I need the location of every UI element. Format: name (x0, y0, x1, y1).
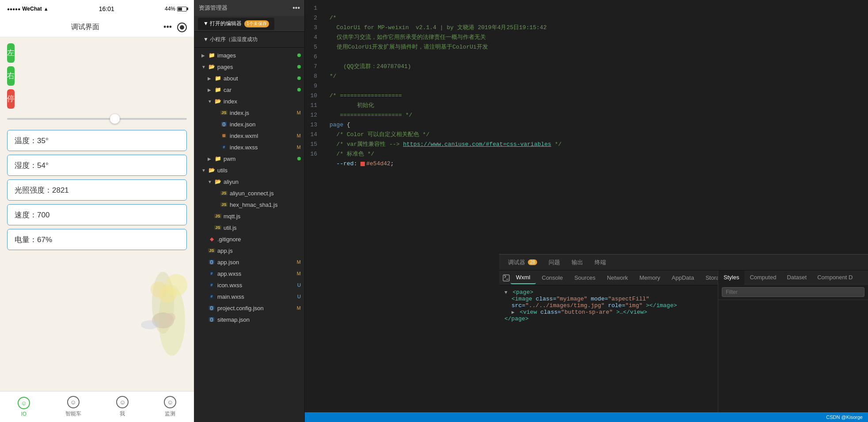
sources-label: Sources (574, 274, 595, 281)
devtools-tab-output[interactable]: 输出 (566, 256, 588, 269)
styles-tab-component[interactable]: Component D (812, 270, 858, 285)
tree-item-project-config[interactable]: {} project.config.json M (194, 302, 304, 314)
phone-title-icons: ••• (163, 23, 187, 32)
devtools-tab-terminal[interactable]: 终端 (589, 256, 611, 269)
tree-item-car[interactable]: ▶ 📁 car (194, 84, 304, 95)
tree-item-pages[interactable]: ▼ 📂 pages (194, 61, 304, 72)
nav-item-car[interactable]: ☺ 智能车 (65, 396, 81, 418)
battery-fill (178, 8, 182, 11)
devtools-tab-debugger[interactable]: 调试器 28 (503, 256, 542, 269)
battery-pct-label: 44% (165, 6, 175, 12)
svg-rect-8 (503, 275, 509, 281)
tree-item-mqtt[interactable]: JS mqtt.js (194, 210, 304, 222)
nav-item-monitor[interactable]: ☺ 监测 (164, 396, 176, 418)
record-icon[interactable] (177, 23, 187, 32)
nav-label-car: 智能车 (65, 410, 81, 418)
wxss-icon-app-wxss: # (208, 270, 216, 277)
wxml-tab-network[interactable]: Network (602, 272, 633, 284)
bottom-status-bar: CSDN @Kisorge (305, 412, 868, 422)
tree-item-about[interactable]: ▶ 📁 about (194, 72, 304, 84)
tree-item-app-json[interactable]: {} app.json M (194, 256, 304, 268)
wxml-tab-console[interactable]: Console (537, 272, 569, 284)
tree-item-app-js[interactable]: JS app.js (194, 245, 304, 256)
tree-item-main-wxss[interactable]: # main.wxss U (194, 291, 304, 302)
tree-name-util: util.js (224, 224, 301, 231)
tree-name-main-wxss: main.wxss (217, 293, 297, 300)
file-panel-menu-icon[interactable]: ••• (292, 4, 300, 12)
styles-tab-computed[interactable]: Computed (744, 270, 781, 285)
tree-name-mqtt: mqtt.js (224, 213, 301, 220)
file-tree-content: ▶ 📁 images ▼ 📂 pages ▶ 📁 about ▶ 📁 car (194, 48, 304, 422)
wxml-tab-wxml[interactable]: Wxml (511, 272, 536, 284)
nav-icon-monitor: ☺ (164, 396, 176, 408)
slider-track[interactable] (7, 118, 187, 120)
tree-name-images: images (217, 52, 297, 59)
nav-item-io[interactable]: ☺ IO (18, 397, 30, 417)
nav-icon-io: ☺ (18, 397, 30, 409)
wxml-panel-icon[interactable] (503, 273, 510, 283)
debugger-badge: 28 (528, 259, 537, 265)
status-right: 44% (165, 6, 187, 12)
output-label: 输出 (572, 259, 583, 266)
json-icon-project-config: {} (208, 304, 216, 312)
computed-label: Computed (750, 274, 776, 281)
tree-item-images[interactable]: ▶ 📁 images (194, 49, 304, 61)
tree-item-utils[interactable]: ▼ 📂 utils (194, 164, 304, 176)
wxml-tab-sources[interactable]: Sources (569, 272, 601, 284)
styles-tab-dataset[interactable]: Dataset (781, 270, 812, 285)
collapse-page-icon[interactable]: ▼ (504, 290, 508, 295)
styles-tab-styles[interactable]: Styles (718, 270, 744, 285)
project-tab: ▼ 小程序（温湿度成功 (194, 32, 304, 48)
btn-stop[interactable]: 停 (7, 89, 15, 109)
wxml-tab-memory[interactable]: Memory (634, 272, 666, 284)
wxml-icon-index-wxml: ⊞ (220, 132, 228, 139)
svg-point-3 (165, 274, 187, 296)
tree-name-app-js: app.js (217, 247, 301, 254)
humid-label: 湿度：54° (15, 160, 49, 171)
tree-item-hex-hmac[interactable]: JS hex_hmac_sha1.js (194, 199, 304, 210)
xml-line-page-close: </page> (504, 316, 713, 322)
tab-open-editors-label: ▼ 打开的编辑器 (203, 20, 242, 27)
btn-right[interactable]: 右 (7, 66, 15, 86)
nav-icon-car: ☺ (67, 396, 80, 408)
slider-row (7, 112, 187, 125)
wxss-icon-main-wxss: # (208, 293, 216, 300)
tree-item-index-wxml[interactable]: ⊞ index.wxml M (194, 130, 304, 141)
nav-item-me[interactable]: ☺ 我 (116, 396, 129, 418)
wxml-tab-appdata[interactable]: AppData (667, 272, 700, 284)
file-panel-title: 资源管理器 (199, 4, 227, 12)
storage-label: Storage (705, 274, 718, 281)
file-panel-header: 资源管理器 ••• (194, 0, 304, 16)
tree-item-index-json[interactable]: {} index.json (194, 118, 304, 130)
tree-item-aliyun[interactable]: ▼ 📂 aliyun (194, 176, 304, 187)
tab-open-editors[interactable]: ▼ 打开的编辑器 1个未保存 (198, 18, 274, 30)
wxml-tab-storage[interactable]: Storage (700, 272, 718, 284)
js-icon-mqtt: JS (214, 213, 222, 220)
tree-item-app-wxss[interactable]: # app.wxss M (194, 268, 304, 279)
slider-thumb[interactable] (110, 114, 120, 124)
tree-name-index: index (224, 98, 301, 105)
memory-label: Memory (640, 274, 660, 281)
tab-project[interactable]: ▼ 小程序（温湿度成功 (198, 34, 263, 46)
tree-item-gitignore[interactable]: ◆ .gitignore (194, 233, 304, 245)
tree-item-sitemap[interactable]: {} sitemap.json (194, 314, 304, 325)
carrier-label: WeChat (22, 6, 42, 12)
tree-item-aliyun-connect[interactable]: JS aliyun_connect.js (194, 187, 304, 199)
tree-item-pwm[interactable]: ▶ 📁 pwm (194, 153, 304, 164)
tree-item-util[interactable]: JS util.js (194, 222, 304, 233)
styles-filter-input[interactable] (722, 287, 864, 297)
tree-name-sitemap: sitemap.json (217, 316, 301, 323)
menu-dots-icon[interactable]: ••• (163, 23, 172, 32)
js-icon-aliyun-connect: JS (220, 190, 228, 197)
tree-name-index-wxml: index.wxml (230, 133, 297, 139)
tree-item-index-wxss[interactable]: # index.wxss M (194, 141, 304, 153)
tree-item-icon-wxss[interactable]: # icon.wxss U (194, 279, 304, 291)
wxml-tabs-row: Wxml Console Sources Network Memory (499, 270, 718, 285)
collapse-view-icon[interactable]: ▶ (512, 310, 515, 315)
tree-item-index[interactable]: ▼ 📂 index (194, 95, 304, 107)
tree-item-index-js[interactable]: JS index.js M (194, 107, 304, 118)
tree-name-utils: utils (217, 167, 301, 174)
svg-point-7 (141, 320, 159, 329)
devtools-tab-problems[interactable]: 问题 (543, 256, 565, 269)
btn-left[interactable]: 左 (7, 43, 15, 63)
